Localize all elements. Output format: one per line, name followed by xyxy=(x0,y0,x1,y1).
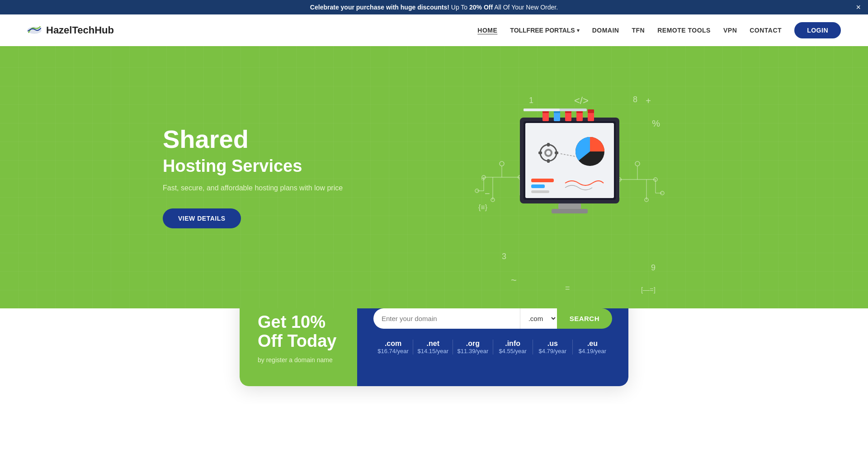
illustration-wrapper: 1 </> ○ − {≡} 3 ~ = + % 8 9 [—=] xyxy=(475,91,665,263)
domain-offer-heading: Get 10% Off Today xyxy=(258,313,339,351)
login-button[interactable]: LOGIN xyxy=(794,22,841,38)
svg-rect-28 xyxy=(554,112,560,121)
symbol-9: 9 xyxy=(651,263,656,273)
hero-heading: Shared xyxy=(163,126,407,153)
svg-rect-34 xyxy=(588,112,594,121)
nav-remote-tools[interactable]: REMOTE TOOLS xyxy=(657,27,711,34)
monitor-illustration xyxy=(506,109,633,246)
nav-tollfree[interactable]: TOLLFREE PORTALS xyxy=(510,27,579,34)
nav-home[interactable]: HOME xyxy=(477,27,497,34)
svg-rect-26 xyxy=(542,112,549,121)
domain-tld-select[interactable]: .com .net .org .info .us .eu xyxy=(520,308,557,329)
tld-item: .com $16.74/year xyxy=(373,340,413,354)
hero-subheading: Hosting Services xyxy=(163,156,407,176)
svg-rect-45 xyxy=(531,179,554,182)
tld-price: $14.15/year xyxy=(417,348,449,354)
domain-search-input[interactable] xyxy=(373,308,520,329)
symbol-equals: = xyxy=(565,284,570,293)
symbol-bracket: [—=] xyxy=(641,286,656,293)
tld-item: .us $4.79/year xyxy=(533,340,573,354)
tld-price: $4.19/year xyxy=(576,348,609,354)
symbol-tilde: ~ xyxy=(511,274,517,286)
svg-rect-30 xyxy=(565,112,571,121)
hero-illustration: 1 </> ○ − {≡} 3 ~ = + % 8 9 [—=] xyxy=(434,91,705,263)
svg-rect-39 xyxy=(547,143,550,147)
hero-text-block: Shared Hosting Services Fast, secure, an… xyxy=(163,126,407,228)
svg-rect-47 xyxy=(531,190,549,193)
header: HazelTechHub HOME TOLLFREE PORTALS DOMAI… xyxy=(0,14,868,46)
symbol-code: </> xyxy=(574,95,589,107)
announcement-bar: Celebrate your purchase with huge discou… xyxy=(0,0,868,14)
hero-description: Fast, secure, and affordable hosting pla… xyxy=(163,184,407,192)
svg-point-38 xyxy=(546,151,551,155)
logo-icon xyxy=(27,25,42,35)
svg-point-12 xyxy=(635,161,640,166)
svg-rect-49 xyxy=(552,209,588,213)
hero-section: Shared Hosting Services Fast, secure, an… xyxy=(0,46,868,308)
symbol-1: 1 xyxy=(529,96,533,105)
domain-offer-subtext: by register a domain name xyxy=(258,356,339,364)
view-details-button[interactable]: VIEW DETAILS xyxy=(163,208,241,228)
tld-price: $11.39/year xyxy=(457,348,489,354)
tld-name: .info xyxy=(497,340,529,348)
svg-rect-46 xyxy=(531,184,545,188)
tld-item: .org $11.39/year xyxy=(453,340,493,354)
domain-search-button[interactable]: SEARCH xyxy=(557,308,612,329)
svg-rect-40 xyxy=(547,159,550,163)
svg-rect-48 xyxy=(558,203,581,209)
monitor-svg xyxy=(506,109,633,244)
tld-name: .org xyxy=(457,340,489,348)
tld-item: .net $14.15/year xyxy=(413,340,453,354)
svg-rect-41 xyxy=(538,151,542,154)
symbol-3: 3 xyxy=(502,252,506,261)
hero-content: Shared Hosting Services Fast, secure, an… xyxy=(118,64,750,290)
tld-item: .eu $4.19/year xyxy=(573,340,612,354)
symbol-8: 8 xyxy=(633,95,637,104)
tld-name: .com xyxy=(377,340,409,348)
svg-rect-51 xyxy=(524,109,560,111)
tld-price: $4.79/year xyxy=(537,348,569,354)
logo[interactable]: HazelTechHub xyxy=(27,24,114,36)
svg-rect-35 xyxy=(588,109,594,113)
tld-price: $4.55/year xyxy=(497,348,529,354)
nav-domain[interactable]: DOMAIN xyxy=(592,27,619,34)
main-nav: HOME TOLLFREE PORTALS DOMAIN TFN REMOTE … xyxy=(477,22,841,38)
svg-rect-32 xyxy=(576,112,583,121)
tld-name: .us xyxy=(537,340,569,348)
logo-text: HazelTechHub xyxy=(46,24,114,36)
announcement-close-button[interactable]: × xyxy=(856,3,861,12)
symbol-percent: % xyxy=(652,118,660,129)
svg-point-1 xyxy=(500,161,504,166)
tld-name: .net xyxy=(417,340,449,348)
announcement-text: Celebrate your purchase with huge discou… xyxy=(310,4,558,11)
nav-tfn[interactable]: TFN xyxy=(632,27,645,34)
tld-item: .info $4.55/year xyxy=(493,340,533,354)
svg-rect-42 xyxy=(555,151,558,154)
domain-section: Get 10% Off Today by register a domain n… xyxy=(0,308,868,404)
nav-vpn[interactable]: VPN xyxy=(723,27,737,34)
nav-contact[interactable]: CONTACT xyxy=(750,27,782,34)
tld-name: .eu xyxy=(576,340,609,348)
symbol-plus: + xyxy=(646,96,651,106)
domain-search-row: .com .net .org .info .us .eu SEARCH xyxy=(373,308,612,329)
tld-price: $16.74/year xyxy=(377,348,409,354)
domain-tlds-list: .com $16.74/year .net $14.15/year .org $… xyxy=(373,340,612,354)
